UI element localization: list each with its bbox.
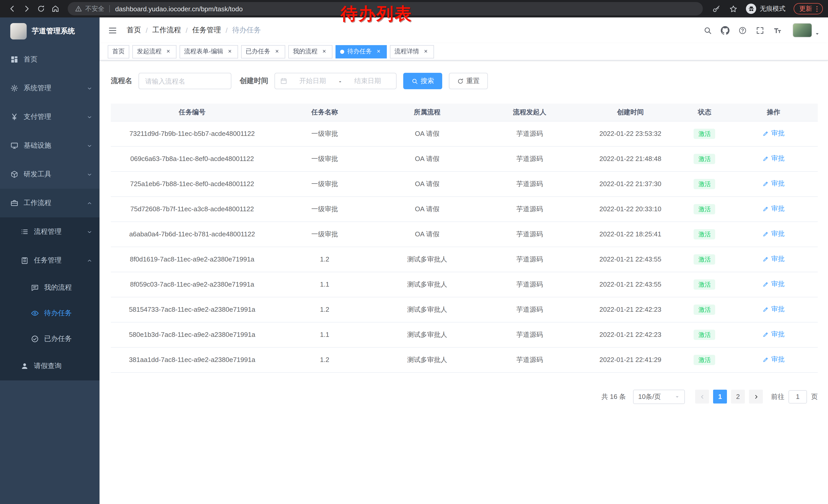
goto-page-input[interactable] — [788, 390, 807, 403]
browser-home-button[interactable] — [48, 2, 63, 16]
chevron-up-icon — [87, 200, 92, 206]
approve-label: 审批 — [771, 154, 785, 163]
approve-link[interactable]: 审批 — [762, 330, 785, 339]
tab-item[interactable]: 流程表单-编辑× — [179, 45, 238, 58]
filter-form: 流程名 创建时间 开始日期 - 结束日期 搜索 重 — [111, 73, 818, 89]
cell-created: 2022-01-21 22:41:29 — [581, 347, 680, 372]
breadcrumb-item[interactable]: 工作流程 — [152, 26, 181, 35]
cell-initiator: 芋道源码 — [479, 322, 581, 347]
tab-close-icon[interactable]: × — [165, 48, 172, 55]
bookmark-star-icon[interactable] — [729, 4, 738, 13]
cell-initiator: 芋道源码 — [479, 146, 581, 171]
incognito-badge[interactable]: 无痕模式 — [746, 4, 785, 14]
cell-id: 381aa1dd-7ac8-11ec-a9e2-a2380e71991a — [111, 347, 274, 372]
breadcrumb-item[interactable]: 任务管理 — [192, 26, 221, 35]
tab-close-icon[interactable]: × — [274, 48, 281, 55]
tab-close-icon[interactable]: × — [375, 48, 382, 55]
menu-item-label: 首页 — [24, 55, 37, 64]
browser-back-button[interactable] — [5, 2, 19, 16]
cell-action: 审批 — [729, 297, 818, 322]
tags-view-bar: 首页发起流程×流程表单-编辑×已办任务×我的流程×待办任务×流程详情× — [99, 43, 828, 60]
cell-action: 审批 — [729, 121, 818, 146]
approve-link[interactable]: 审批 — [762, 179, 785, 188]
sidebar-item-cube[interactable]: 研发工具 — [0, 160, 99, 189]
search-button[interactable]: 搜索 — [403, 73, 442, 89]
approve-link[interactable]: 审批 — [762, 229, 785, 239]
tab-item[interactable]: 首页 — [108, 45, 129, 58]
tab-label: 已办任务 — [246, 47, 271, 56]
cell-process: OA 请假 — [376, 146, 479, 171]
user-menu[interactable] — [793, 23, 820, 37]
tab-active[interactable]: 待办任务× — [335, 45, 387, 58]
tab-item[interactable]: 我的流程× — [288, 45, 332, 58]
cell-created: 2022-01-22 20:33:10 — [581, 196, 680, 222]
approve-link[interactable]: 审批 — [762, 255, 785, 264]
screen: 不安全 dashboard.yudao.iocoder.cn/bpm/task/… — [0, 0, 828, 504]
edit-icon — [762, 306, 769, 313]
tab-item[interactable]: 流程详情× — [390, 45, 434, 58]
page-size-select[interactable]: 10条/页 — [633, 390, 685, 404]
browser-reload-button[interactable] — [34, 2, 48, 16]
sidebar-item-briefcase[interactable]: 工作流程 — [0, 189, 99, 217]
page-content: 流程名 创建时间 开始日期 - 结束日期 搜索 重 — [99, 60, 828, 504]
filter-time-label: 创建时间 — [240, 77, 268, 86]
status-badge: 激活 — [694, 279, 715, 289]
sidebar-item-yen[interactable]: 支付管理 — [0, 102, 99, 131]
sidebar-item-chat[interactable]: 我的流程 — [0, 275, 99, 301]
sidebar-item-list[interactable]: 流程管理 — [0, 217, 99, 246]
approve-link[interactable]: 审批 — [762, 305, 785, 314]
approve-link[interactable]: 审批 — [762, 204, 785, 214]
cell-id: 8f059c03-7ac8-11ec-a9e2-a2380e71991a — [111, 272, 274, 297]
process-name-input[interactable] — [138, 73, 232, 89]
approve-link[interactable]: 审批 — [762, 280, 785, 289]
app-logo[interactable]: 芋道管理系统 — [0, 17, 99, 45]
hamburger-icon[interactable] — [108, 26, 118, 35]
tab-item[interactable]: 已办任务× — [241, 45, 285, 58]
url-text: dashboard.yudao.iocoder.cn/bpm/task/todo — [115, 5, 243, 12]
main-area: 首页/工作流程/任务管理/待办任务 首页发起流程×流程表单-编辑×已办任务×我的… — [99, 17, 828, 504]
sidebar-item-monitor[interactable]: 基础设施 — [0, 131, 99, 160]
sidebar-item-checkcircle[interactable]: 已办任务 — [0, 326, 99, 352]
sidebar-item-dashboard[interactable]: 首页 — [0, 45, 99, 74]
sidebar-item-eye[interactable]: 待办任务 — [0, 301, 99, 326]
fullscreen-icon[interactable] — [756, 26, 764, 35]
prev-page-button[interactable] — [695, 390, 709, 404]
browser-forward-button[interactable] — [19, 2, 34, 16]
status-badge: 激活 — [694, 355, 715, 365]
approve-link[interactable]: 审批 — [762, 154, 785, 163]
cell-name: 1.2 — [274, 246, 376, 272]
date-range-picker[interactable]: 开始日期 - 结束日期 — [275, 73, 397, 89]
menu-item-label: 我的流程 — [44, 283, 72, 292]
page-button-1[interactable]: 1 — [713, 390, 727, 404]
sidebar: 芋道管理系统 首页系统管理支付管理基础设施研发工具工作流程流程管理任务管理我的流… — [0, 17, 99, 504]
cell-action: 审批 — [729, 146, 818, 171]
tab-close-icon[interactable]: × — [422, 48, 429, 55]
menu-item-label: 系统管理 — [24, 84, 51, 93]
edit-icon — [762, 205, 769, 212]
approve-link[interactable]: 审批 — [762, 129, 785, 138]
sidebar-item-clipboard[interactable]: 任务管理 — [0, 246, 99, 275]
font-size-icon[interactable] — [773, 26, 782, 35]
tab-item[interactable]: 发起流程× — [132, 45, 176, 58]
breadcrumb-item[interactable]: 首页 — [127, 26, 141, 35]
help-icon[interactable] — [738, 26, 747, 35]
incognito-avatar — [746, 4, 756, 14]
sidebar-item-user[interactable]: 请假查询 — [0, 352, 99, 380]
reset-button[interactable]: 重置 — [449, 73, 488, 89]
approve-link[interactable]: 审批 — [762, 355, 785, 364]
select-caret-icon — [675, 394, 680, 399]
tab-close-icon[interactable]: × — [321, 48, 328, 55]
next-page-button[interactable] — [749, 390, 763, 404]
status-badge: 激活 — [694, 254, 715, 264]
address-bar[interactable]: 不安全 dashboard.yudao.iocoder.cn/bpm/task/… — [68, 2, 703, 15]
password-key-icon[interactable] — [712, 4, 721, 13]
sidebar-item-gear[interactable]: 系统管理 — [0, 74, 99, 102]
gear-icon — [10, 84, 18, 92]
update-button[interactable]: 更新 — [794, 3, 823, 14]
omnibox-divider — [109, 5, 110, 12]
tab-close-icon[interactable]: × — [226, 48, 234, 55]
search-icon[interactable] — [703, 26, 712, 35]
cell-initiator: 芋道源码 — [479, 246, 581, 272]
github-icon[interactable] — [721, 26, 730, 35]
page-button-2[interactable]: 2 — [731, 390, 745, 404]
